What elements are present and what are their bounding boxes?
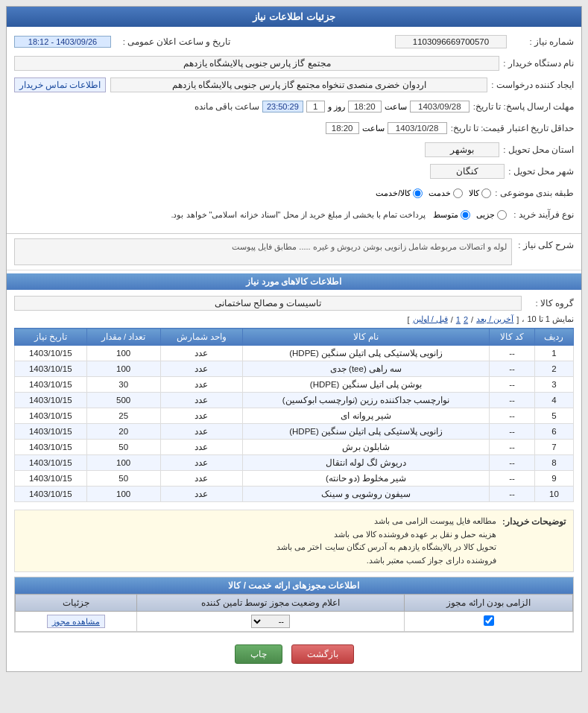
radio-mottavas-input[interactable]	[461, 210, 470, 220]
ettelaat-tamas-button[interactable]: اطلاعات تماس خریدار	[14, 77, 106, 92]
table-header-row: ردیف کد کالا نام کالا واحد شمارش تعداد /…	[15, 329, 574, 346]
notes-line1: مطالعه فایل پیوست الزامی می باشد	[276, 515, 496, 528]
info-section: شماره نیاز : 1103096669700570 تاریخ و سا…	[7, 27, 581, 234]
notes-line2: هزینه حمل و نقل بر عهده فروشنده کالا می …	[276, 528, 496, 542]
shomara-niaz-label: شماره نیاز :	[507, 37, 574, 47]
table-row: 2 -- سه راهی (tee) جدی عدد 100 1403/10/1…	[15, 361, 574, 377]
cell-tedad: 100	[86, 455, 160, 471]
tarighe-options: کالا خدمت کالا/خدمت	[376, 188, 491, 198]
group-label: گروه کالا :	[522, 298, 574, 308]
mojoz-status-select[interactable]: -- دارم ندارم	[251, 615, 290, 628]
cell-name: شیر پروانه ای	[242, 408, 489, 424]
row-mohlat: مهلت ارسال پاسخ: تا تاریخ: 1403/09/28 سا…	[14, 98, 574, 115]
col-name: نام کالا	[242, 329, 489, 346]
main-box: جزئیات اطلاعات نیاز شماره نیاز : 1103096…	[6, 6, 582, 672]
col-vahed: واحد شمارش	[160, 329, 242, 346]
nam-dastgah-label: نام دستگاه خریدار :	[499, 58, 574, 69]
saat1-value: 18:20	[348, 101, 382, 113]
ijad-value: اردوان خضری منصدی تنخواه مجتمع گاز پارس …	[110, 77, 487, 92]
radio-jozi-label: جزیی	[476, 210, 495, 220]
sherh-section: شرح کلی نیاز : لوله و اتصالات مربوطه شام…	[7, 234, 581, 270]
radio-kala-input[interactable]	[481, 188, 491, 198]
cell-name: زانویی پلاستیکی پلی اتیلن سنگین (HDPE)	[242, 424, 489, 440]
haddaqal-label: حداقل تاریخ اعتبار قیمت: تا تاریخ:	[447, 123, 574, 133]
cell-vahed: عدد	[160, 377, 242, 393]
cell-tarikh: 1403/10/15	[15, 361, 87, 377]
cell-kod: --	[490, 361, 535, 377]
notes-line4: فروشنده دارای جواز کسب معتبر باشد.	[276, 554, 496, 568]
cell-vahed: عدد	[160, 440, 242, 455]
kalaha-title: اطلاعات کالاهای مورد نیاز	[7, 273, 581, 290]
notes-line3: تحویل کالا در پالایشگاه یازدهم به آدرس ک…	[276, 541, 496, 554]
back-button[interactable]: بازگشت	[291, 644, 354, 664]
tarighe-label: طبقه بندی موضوعی :	[491, 188, 574, 198]
radio-jozi: جزیی	[476, 210, 507, 220]
cell-name: بوشن پلی اتیل سنگین (HDPE)	[242, 377, 489, 393]
mojoz-ilzami-checkbox[interactable]	[484, 615, 494, 626]
row-tarighe: طبقه بندی موضوعی : کالا خدمت کالا/خدمت	[14, 184, 574, 202]
sep1: /	[471, 315, 473, 324]
cell-kod: --	[490, 346, 535, 361]
bracket-close: ]	[408, 315, 410, 324]
cell-radif: 3	[534, 377, 573, 393]
print-button[interactable]: چاپ	[235, 644, 282, 664]
row-shomara: شماره نیاز : 1103096669700570 تاریخ و سا…	[14, 33, 574, 51]
cell-radif: 8	[534, 455, 573, 471]
cell-name: نوارچسب جداکننده رزین (نوارچسب ابوکسین)	[242, 393, 489, 408]
mojoz-title: اطلاعات مجوزهای ارائه خدمت / کالا	[15, 577, 573, 594]
farayand-options: جزیی متوسط	[433, 210, 507, 220]
mojoz-status-cell: -- دارم ندارم	[136, 612, 405, 632]
cell-name: شابلون برش	[242, 440, 489, 455]
date2-value: 1403/10/28	[388, 122, 447, 134]
farayand-label: نوع فرآیند خرید :	[507, 209, 574, 220]
mojoz-section: اطلاعات مجوزهای ارائه خدمت / کالا الزامی…	[14, 577, 574, 633]
page-container: جزئیات اطلاعات نیاز شماره نیاز : 1103096…	[0, 0, 588, 678]
table-row: 5 -- شیر پروانه ای عدد 25 1403/10/15	[15, 408, 574, 424]
cell-tarikh: 1403/10/15	[15, 393, 87, 408]
mojoz-table-head: الزامی بودن ارائه مجوز اعلام وضعیت مجوز …	[16, 595, 573, 612]
baqi-label: ساعت باقی مانده	[191, 101, 259, 112]
radio-jozi-input[interactable]	[497, 210, 507, 220]
cell-radif: 5	[534, 408, 573, 424]
pagination-1[interactable]: 1	[456, 315, 461, 324]
sherh-label: شرح کلی نیاز :	[518, 238, 574, 250]
bracket-open: [	[516, 315, 519, 324]
table-row: 3 -- بوشن پلی اتیل سنگین (HDPE) عدد 30 1…	[15, 377, 574, 393]
cell-name: زانویی پلاستیکی پلی اتیلن سنگین (HDPE)	[242, 346, 489, 361]
view-mojoz-button[interactable]: مشاهده مجوز	[47, 615, 105, 628]
cell-name: شیر مخلوط (دو حانته)	[242, 471, 489, 487]
cell-radif: 1	[534, 346, 573, 361]
cell-radif: 7	[534, 440, 573, 455]
cell-tarikh: 1403/10/15	[15, 440, 87, 455]
sherh-row: شرح کلی نیاز : لوله و اتصالات مربوطه شام…	[14, 238, 574, 265]
table-row: 1 -- زانویی پلاستیکی پلی اتیلن سنگین (HD…	[15, 346, 574, 361]
cell-tarikh: 1403/10/15	[15, 424, 87, 440]
btn-row: بازگشت چاپ	[7, 637, 581, 671]
saat2-value: 18:20	[326, 122, 359, 134]
cell-kod: --	[490, 377, 535, 393]
sherh-value: لوله و اتصالات مربوطه شامل زانویی بوشن د…	[14, 238, 512, 265]
cell-radif: 6	[534, 424, 573, 440]
mojoz-col-details: جزئیات	[16, 595, 137, 612]
cell-tedad: 30	[86, 377, 160, 393]
pagination-next[interactable]: آخرین / بعد	[476, 314, 513, 324]
cell-kod: --	[490, 471, 535, 487]
page-header: جزئیات اطلاعات نیاز	[7, 7, 581, 27]
mojoz-ilzami-cell	[405, 612, 573, 632]
cell-kod: --	[490, 440, 535, 455]
cell-tedad: 25	[86, 408, 160, 424]
pagination-2[interactable]: 2	[464, 315, 468, 324]
cell-tedad: 50	[86, 440, 160, 455]
pagination-first[interactable]: قبل / اولین	[413, 314, 448, 324]
radio-kala-khadamat-input[interactable]	[413, 188, 423, 198]
radio-kala-khadamat-label: کالا/خدمت	[376, 188, 411, 198]
cell-tedad: 50	[86, 471, 160, 487]
notes-section: توضیحات خریدار: مطالعه فایل پیوست الزامی…	[14, 510, 574, 572]
cell-kod: --	[490, 393, 535, 408]
table-head: ردیف کد کالا نام کالا واحد شمارش تعداد /…	[15, 329, 574, 346]
cell-tarikh: 1403/10/15	[15, 408, 87, 424]
radio-khadamat-input[interactable]	[453, 188, 463, 198]
radio-mottavas-label: متوسط	[433, 210, 458, 220]
date1-value: 1403/09/28	[410, 101, 470, 113]
col-radif: ردیف	[534, 329, 573, 346]
